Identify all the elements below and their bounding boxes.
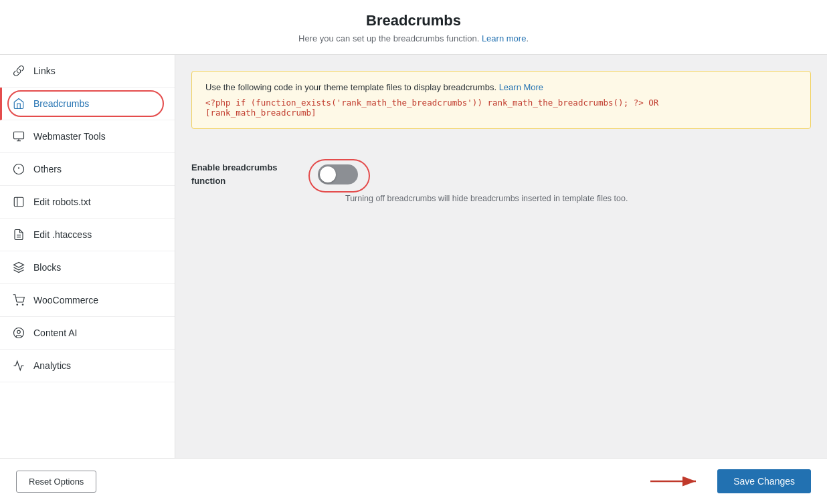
others-icon bbox=[12, 162, 25, 176]
sidebar-item-blocks[interactable]: Blocks bbox=[0, 251, 175, 284]
sidebar-item-links-label: Links bbox=[33, 66, 56, 76]
sidebar-item-webmaster-tools[interactable]: Webmaster Tools bbox=[0, 120, 175, 153]
htaccess-icon bbox=[12, 228, 25, 241]
setting-row-breadcrumbs: Enable breadcrumbsfunction Turning off b… bbox=[191, 145, 811, 217]
svg-point-10 bbox=[22, 304, 23, 305]
toggle-slider bbox=[318, 164, 358, 184]
red-arrow-icon bbox=[650, 471, 704, 491]
info-box-text: Use the following code in your theme tem… bbox=[205, 82, 797, 92]
content-ai-icon bbox=[12, 326, 25, 340]
content-area: Use the following code in your theme tem… bbox=[175, 55, 827, 458]
enable-breadcrumbs-toggle[interactable] bbox=[318, 164, 358, 184]
sidebar-item-analytics[interactable]: Analytics bbox=[0, 350, 175, 382]
sidebar-item-analytics-label: Analytics bbox=[33, 360, 71, 371]
breadcrumbs-icon bbox=[12, 97, 25, 110]
info-box: Use the following code in your theme tem… bbox=[191, 71, 811, 129]
sidebar: Links Breadcrumbs Webmaster Tools Others bbox=[0, 55, 175, 458]
sidebar-item-content-ai[interactable]: Content AI bbox=[0, 317, 175, 350]
sidebar-item-content-ai-label: Content AI bbox=[33, 328, 77, 338]
toggle-circle-container bbox=[318, 164, 358, 184]
svg-marker-8 bbox=[14, 263, 24, 268]
save-changes-button[interactable]: Save Changes bbox=[717, 469, 811, 493]
code-line-2: [rank_math_breadcrumb] bbox=[205, 108, 797, 118]
code-line-1: <?php if (function_exists('rank_math_the… bbox=[205, 98, 797, 108]
svg-point-11 bbox=[14, 328, 24, 338]
sidebar-item-links[interactable]: Links bbox=[0, 55, 175, 88]
sidebar-item-woocommerce[interactable]: WooCommerce bbox=[0, 284, 175, 317]
sidebar-item-others[interactable]: Others bbox=[0, 153, 175, 186]
arrow-container: Save Changes bbox=[650, 469, 811, 493]
svg-rect-0 bbox=[14, 132, 24, 139]
svg-point-9 bbox=[17, 304, 18, 305]
woocommerce-icon bbox=[12, 293, 25, 307]
sidebar-item-edit-robots[interactable]: Edit robots.txt bbox=[0, 186, 175, 219]
sidebar-item-robots-label: Edit robots.txt bbox=[33, 197, 91, 207]
sidebar-item-others-label: Others bbox=[33, 164, 62, 174]
sidebar-item-webmaster-label: Webmaster Tools bbox=[33, 131, 106, 142]
setting-hint: Turning off breadcrumbs will hide breadc… bbox=[345, 194, 811, 203]
links-icon bbox=[12, 64, 25, 78]
sidebar-item-edit-htaccess[interactable]: Edit .htaccess bbox=[0, 219, 175, 251]
sidebar-item-breadcrumbs[interactable]: Breadcrumbs bbox=[0, 88, 175, 120]
reset-options-button[interactable]: Reset Options bbox=[16, 471, 96, 493]
header-learn-more-link[interactable]: Learn more bbox=[482, 33, 526, 43]
page-title: Breadcrumbs bbox=[13, 12, 814, 29]
svg-point-12 bbox=[17, 330, 21, 334]
page-header: Breadcrumbs Here you can set up the brea… bbox=[0, 0, 827, 55]
analytics-icon bbox=[12, 359, 25, 372]
main-content: Links Breadcrumbs Webmaster Tools Others bbox=[0, 55, 827, 458]
webmaster-icon bbox=[12, 130, 25, 143]
footer: Reset Options Save Changes bbox=[0, 458, 827, 504]
blocks-icon bbox=[12, 261, 25, 274]
infobox-learn-more-link[interactable]: Learn More bbox=[499, 82, 543, 92]
page-subtitle: Here you can set up the breadcrumbs func… bbox=[13, 33, 814, 43]
setting-label: Enable breadcrumbsfunction bbox=[191, 161, 278, 187]
sidebar-item-breadcrumbs-label: Breadcrumbs bbox=[33, 98, 89, 109]
sidebar-item-blocks-label: Blocks bbox=[33, 262, 61, 273]
sidebar-item-woocommerce-label: WooCommerce bbox=[33, 295, 98, 305]
robots-icon bbox=[12, 195, 25, 209]
sidebar-item-htaccess-label: Edit .htaccess bbox=[33, 229, 92, 240]
code-block: <?php if (function_exists('rank_math_the… bbox=[205, 98, 797, 118]
svg-rect-4 bbox=[14, 197, 23, 207]
